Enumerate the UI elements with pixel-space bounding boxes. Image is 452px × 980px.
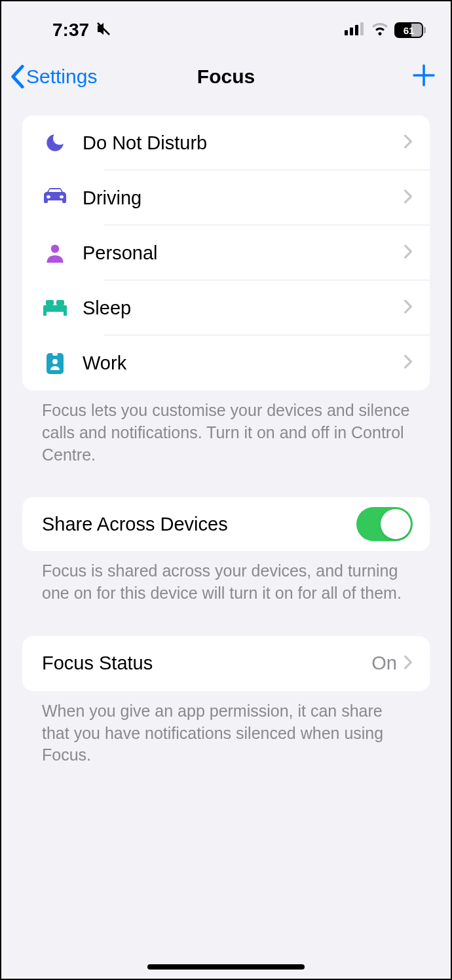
focus-row-sleep[interactable]: Sleep: [22, 280, 430, 335]
chevron-right-icon: [404, 655, 413, 672]
status-footer-text: When you give an app permission, it can …: [22, 691, 430, 766]
svg-rect-4: [360, 22, 364, 35]
share-footer-text: Focus is shared across your devices, and…: [22, 551, 430, 605]
chevron-right-icon: [404, 354, 413, 371]
chevron-right-icon: [404, 189, 413, 206]
svg-rect-3: [355, 25, 358, 35]
back-label: Settings: [26, 66, 97, 88]
focus-modes-group: Do Not Disturb Driving Personal Sleep: [22, 115, 430, 390]
svg-rect-10: [64, 311, 67, 316]
bed-icon: [42, 295, 68, 321]
chevron-right-icon: [404, 134, 413, 151]
row-label: Sleep: [83, 297, 404, 319]
wifi-icon: [371, 22, 389, 38]
home-indicator[interactable]: [147, 964, 305, 970]
svg-rect-11: [46, 300, 54, 305]
modes-footer-text: Focus lets you customise your devices an…: [22, 390, 430, 466]
status-time: 7:37: [52, 20, 89, 41]
focus-row-personal[interactable]: Personal: [22, 225, 430, 280]
svg-rect-1: [345, 30, 348, 35]
svg-point-7: [51, 245, 60, 254]
row-label: Do Not Disturb: [83, 132, 404, 154]
add-button[interactable]: [411, 63, 436, 90]
svg-rect-9: [43, 311, 47, 316]
focus-status-group: Focus Status On: [22, 636, 430, 691]
share-group: Share Across Devices: [22, 497, 430, 551]
focus-row-work[interactable]: Work: [22, 335, 430, 390]
cellular-signal-icon: [345, 22, 366, 38]
row-label: Driving: [83, 187, 404, 209]
svg-rect-14: [52, 352, 58, 356]
share-across-devices-row: Share Across Devices: [22, 497, 430, 551]
focus-status-value: On: [371, 652, 397, 674]
chevron-right-icon: [404, 299, 413, 316]
car-icon: [42, 185, 68, 211]
svg-rect-12: [56, 300, 64, 305]
svg-point-15: [52, 359, 58, 364]
svg-rect-2: [350, 28, 353, 35]
page-title: Focus: [197, 66, 255, 88]
share-label: Share Across Devices: [42, 514, 356, 535]
nav-bar: Settings Focus: [1, 47, 451, 106]
status-bar: 7:37 61: [1, 1, 451, 47]
focus-row-do-not-disturb[interactable]: Do Not Disturb: [22, 115, 430, 170]
focus-status-label: Focus Status: [42, 652, 371, 674]
share-toggle[interactable]: [356, 507, 413, 541]
moon-icon: [42, 130, 68, 156]
person-icon: [42, 240, 68, 266]
row-label: Personal: [83, 242, 404, 264]
row-label: Work: [83, 352, 404, 374]
chevron-right-icon: [404, 244, 413, 261]
focus-row-driving[interactable]: Driving: [22, 170, 430, 225]
battery-icon: 61: [394, 22, 426, 38]
back-button[interactable]: Settings: [10, 65, 97, 88]
badge-icon: [42, 350, 68, 376]
silent-icon: [96, 21, 111, 39]
focus-status-row[interactable]: Focus Status On: [22, 636, 430, 691]
svg-rect-8: [43, 305, 67, 312]
